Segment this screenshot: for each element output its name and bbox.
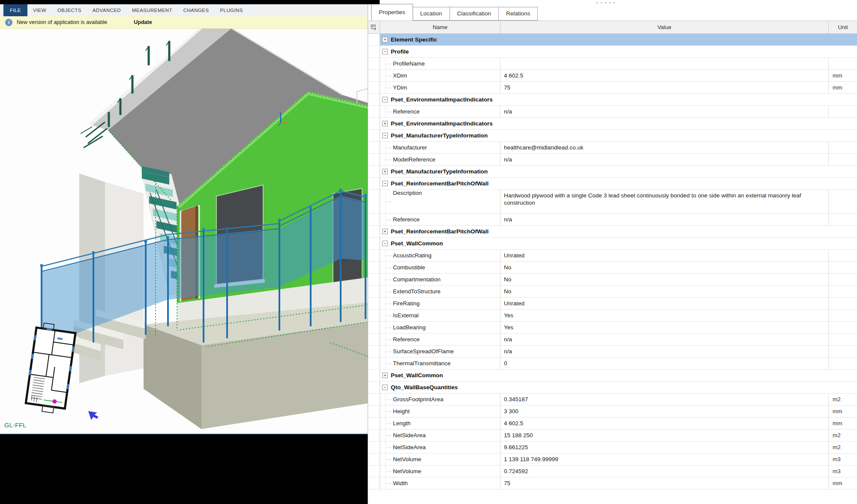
- column-header-unit[interactable]: Unit: [829, 21, 857, 33]
- property-row[interactable]: Width75mm: [368, 477, 857, 489]
- property-row[interactable]: AcousticRatingUnrated: [368, 250, 857, 262]
- property-group-row[interactable]: −Pset_EnvironmentalImpactIndicators: [368, 94, 857, 106]
- property-row[interactable]: NetSideArea9.661225m2: [368, 441, 857, 453]
- menu-item-advanced[interactable]: ADVANCED: [87, 4, 126, 16]
- property-group-row[interactable]: +Pset_WallCommon: [368, 370, 857, 382]
- property-unit: mm: [829, 406, 857, 418]
- property-unit: [829, 106, 857, 118]
- floor-plan-minimap[interactable]: [25, 322, 76, 415]
- column-chooser-button[interactable]: [368, 21, 380, 33]
- property-group-row[interactable]: −Profile: [368, 46, 857, 58]
- row-selector-cell: [368, 154, 380, 166]
- property-value: Yes: [500, 310, 829, 322]
- expand-icon[interactable]: +: [382, 229, 388, 234]
- property-unit: m3: [829, 465, 857, 477]
- tab-location[interactable]: Location: [413, 7, 450, 21]
- menu-item-objects[interactable]: OBJECTS: [52, 4, 87, 16]
- property-row[interactable]: NetVolume1 139 118 749.99999m3: [368, 453, 857, 465]
- property-value: n/a: [500, 154, 829, 166]
- property-group-row[interactable]: −Pset_ManufacturerTypeInformation: [368, 130, 857, 142]
- property-row[interactable]: YDim75mm: [368, 82, 857, 94]
- column-header-value[interactable]: Value: [500, 21, 829, 33]
- tab-properties[interactable]: Properties: [371, 4, 413, 21]
- menu-item-file[interactable]: FILE: [3, 4, 27, 16]
- collapse-icon[interactable]: −: [382, 385, 388, 390]
- property-row[interactable]: CompartmentationNo: [368, 274, 857, 286]
- building-3d-scene[interactable]: [0, 28, 368, 434]
- property-row[interactable]: Height3 300mm: [368, 406, 857, 418]
- property-group-row[interactable]: −Pset_ReinforcementBarPitchOfWall: [368, 178, 857, 190]
- tab-classification[interactable]: Classification: [450, 7, 499, 21]
- group-cell: −Qto_WallBaseQuantities: [380, 382, 857, 394]
- panel-grip-dots[interactable]: [596, 2, 615, 3]
- expand-icon[interactable]: +: [382, 121, 388, 126]
- viewport-3d[interactable]: GL-FFL: [0, 28, 368, 434]
- group-label: Pset_EnvironmentalImpactIndicators: [391, 120, 493, 127]
- table-header: Name Value Unit: [368, 21, 857, 34]
- property-name-label: Description: [393, 190, 422, 196]
- property-value: 75: [500, 477, 829, 489]
- collapse-icon[interactable]: −: [382, 181, 388, 186]
- property-name-label: SurfaceSpreadOfFlame: [393, 348, 454, 355]
- property-unit: mm: [829, 82, 857, 94]
- property-row[interactable]: ThermalTransmittance0: [368, 358, 857, 370]
- property-row[interactable]: ProfileName: [368, 58, 857, 70]
- property-unit: [829, 190, 857, 214]
- tab-relations[interactable]: Relations: [499, 7, 538, 21]
- property-unit: m3: [829, 453, 857, 465]
- expand-icon[interactable]: +: [382, 37, 388, 42]
- property-group-row[interactable]: +Element Specific: [368, 34, 857, 46]
- property-row[interactable]: SurfaceSpreadOfFlamen/a: [368, 346, 857, 358]
- property-row[interactable]: Referencen/a: [368, 214, 857, 226]
- letterbox-bottom: [0, 434, 368, 504]
- property-name: Combustible: [380, 262, 500, 274]
- property-name: NetSideArea: [380, 441, 500, 453]
- row-selector-cell: [368, 370, 380, 382]
- property-row[interactable]: GrossFootprintArea0.345187m2: [368, 394, 857, 406]
- property-row[interactable]: Manufacturerhealthcare@midlandlead.co.uk: [368, 142, 857, 154]
- property-value: 15 188 250: [500, 429, 829, 441]
- property-row[interactable]: XDim4 602.5mm: [368, 70, 857, 82]
- menu-item-measurement[interactable]: MEASUREMENT: [126, 4, 178, 16]
- property-row[interactable]: ModelReferencen/a: [368, 154, 857, 166]
- property-group-row[interactable]: −Qto_WallBaseQuantities: [368, 382, 857, 394]
- property-row[interactable]: CombustibleNo: [368, 262, 857, 274]
- property-row[interactable]: Referencen/a: [368, 106, 857, 118]
- property-group-row[interactable]: −Pset_WallCommon: [368, 238, 857, 250]
- collapse-icon[interactable]: −: [382, 97, 388, 102]
- property-row[interactable]: ExtendToStructureNo: [368, 286, 857, 298]
- property-unit: [829, 274, 857, 286]
- property-name: Compartmentation: [380, 274, 500, 286]
- menu-item-plugins[interactable]: PLUGINS: [215, 4, 249, 16]
- property-row[interactable]: NetVolume0.724592m3: [368, 465, 857, 477]
- property-group-row[interactable]: +Pset_ReinforcementBarPitchOfWall: [368, 226, 857, 238]
- expand-icon[interactable]: +: [382, 373, 388, 378]
- property-name: Manufacturer: [380, 142, 500, 154]
- collapse-icon[interactable]: −: [382, 49, 388, 54]
- collapse-icon[interactable]: −: [382, 133, 388, 138]
- update-link[interactable]: Update: [134, 19, 152, 25]
- property-group-row[interactable]: +Pset_EnvironmentalImpactIndicators: [368, 118, 857, 130]
- property-name-label: Reference: [393, 336, 420, 343]
- group-label: Pset_ManufacturerTypeInformation: [391, 132, 488, 139]
- property-row[interactable]: Length4 602.5mm: [368, 418, 857, 429]
- expand-icon[interactable]: +: [382, 169, 388, 174]
- property-row[interactable]: IsExternalYes: [368, 310, 857, 322]
- menu-item-changes[interactable]: CHANGES: [178, 4, 215, 16]
- collapse-icon[interactable]: −: [382, 241, 388, 246]
- property-value: healthcare@midlandlead.co.uk: [500, 142, 829, 154]
- row-selector-cell: [368, 82, 380, 94]
- column-header-name[interactable]: Name: [380, 21, 500, 33]
- property-value: n/a: [500, 214, 829, 226]
- property-row[interactable]: NetSideArea15 188 250m2: [368, 429, 857, 441]
- property-group-row[interactable]: +Pset_ManufacturerTypeInformation: [368, 166, 857, 178]
- property-row[interactable]: LoadBearingYes: [368, 322, 857, 334]
- property-name-label: NetSideArea: [393, 432, 426, 438]
- properties-table-body: +Element Specific−ProfileProfileNameXDim…: [368, 34, 857, 489]
- property-row[interactable]: Referencen/a: [368, 334, 857, 346]
- level-label: GL-FFL: [4, 421, 27, 429]
- menu-item-view[interactable]: VIEW: [27, 4, 52, 16]
- property-row[interactable]: FireRatingUnrated: [368, 298, 857, 310]
- model-view-pane: FILEVIEWOBJECTSADVANCEDMEASUREMENTCHANGE…: [0, 0, 368, 504]
- property-row[interactable]: DescriptionHardwood plywood with a singl…: [368, 190, 857, 214]
